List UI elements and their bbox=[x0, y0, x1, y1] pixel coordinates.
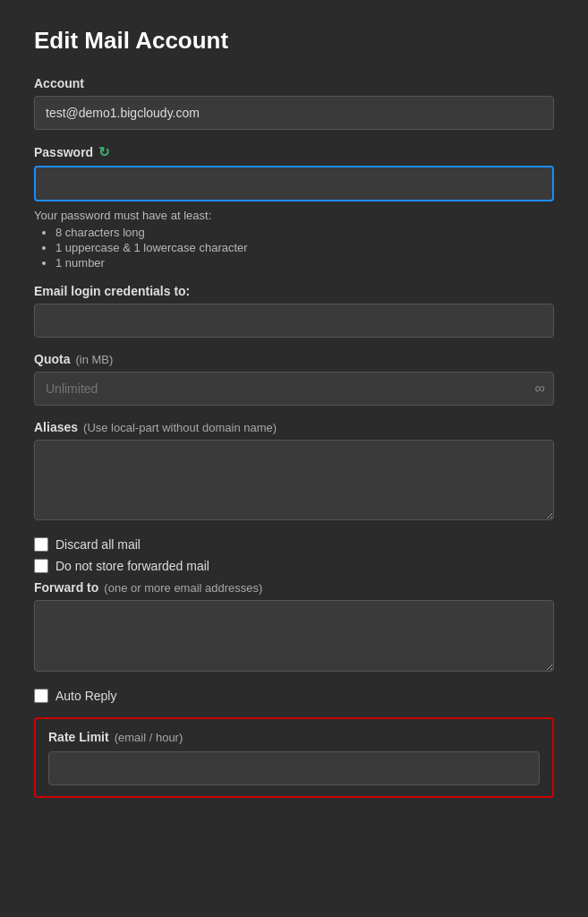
rate-limit-section: Rate Limit (email / hour) bbox=[34, 717, 554, 798]
password-hint-item: 1 number bbox=[55, 256, 554, 270]
quota-input[interactable] bbox=[34, 372, 554, 406]
discard-mail-group: Discard all mail bbox=[34, 537, 554, 552]
rate-limit-note: (email / hour) bbox=[115, 731, 183, 744]
quota-label: Quota (in MB) bbox=[34, 352, 554, 366]
email-credentials-label: Email login credentials to: bbox=[34, 284, 554, 298]
account-group: Account bbox=[34, 76, 554, 130]
aliases-note: (Use local-part without domain name) bbox=[83, 421, 277, 434]
auto-reply-checkbox[interactable] bbox=[34, 689, 48, 703]
aliases-textarea[interactable] bbox=[34, 440, 554, 520]
forward-to-group: Forward to (one or more email addresses) bbox=[34, 580, 554, 674]
password-hint-item: 1 uppercase & 1 lowercase character bbox=[55, 241, 554, 254]
infinity-icon: ∞ bbox=[535, 381, 545, 397]
password-label: Password ↻ bbox=[34, 144, 554, 160]
refresh-password-icon[interactable]: ↻ bbox=[98, 144, 110, 160]
discard-mail-label[interactable]: Discard all mail bbox=[55, 537, 141, 552]
forward-to-note: (one or more email addresses) bbox=[104, 581, 262, 595]
password-hint: Your password must have at least: 8 char… bbox=[34, 209, 554, 270]
aliases-label: Aliases (Use local-part without domain n… bbox=[34, 420, 554, 434]
aliases-group: Aliases (Use local-part without domain n… bbox=[34, 420, 554, 523]
quota-note: (in MB) bbox=[75, 353, 113, 366]
page-title: Edit Mail Account bbox=[34, 27, 554, 55]
password-hint-list: 8 characters long 1 uppercase & 1 lowerc… bbox=[34, 226, 554, 270]
password-hint-item: 8 characters long bbox=[55, 226, 554, 239]
no-store-forwarded-label[interactable]: Do not store forwarded mail bbox=[55, 559, 209, 573]
no-store-forwarded-group: Do not store forwarded mail bbox=[34, 559, 554, 573]
rate-limit-label: Rate Limit (email / hour) bbox=[48, 730, 540, 744]
password-input[interactable] bbox=[34, 166, 554, 201]
account-label: Account bbox=[34, 76, 554, 90]
email-credentials-input[interactable] bbox=[34, 304, 554, 338]
email-credentials-group: Email login credentials to: bbox=[34, 284, 554, 338]
rate-limit-input[interactable] bbox=[48, 751, 540, 785]
account-input[interactable] bbox=[34, 96, 554, 130]
quota-input-wrapper: ∞ bbox=[34, 372, 554, 406]
auto-reply-label[interactable]: Auto Reply bbox=[55, 689, 116, 703]
quota-group: Quota (in MB) ∞ bbox=[34, 352, 554, 406]
forward-to-label: Forward to (one or more email addresses) bbox=[34, 580, 554, 595]
no-store-forwarded-checkbox[interactable] bbox=[34, 559, 48, 573]
password-group: Password ↻ Your password must have at le… bbox=[34, 144, 554, 270]
auto-reply-group: Auto Reply bbox=[34, 689, 554, 703]
discard-mail-checkbox[interactable] bbox=[34, 537, 48, 552]
forward-to-textarea[interactable] bbox=[34, 600, 554, 672]
